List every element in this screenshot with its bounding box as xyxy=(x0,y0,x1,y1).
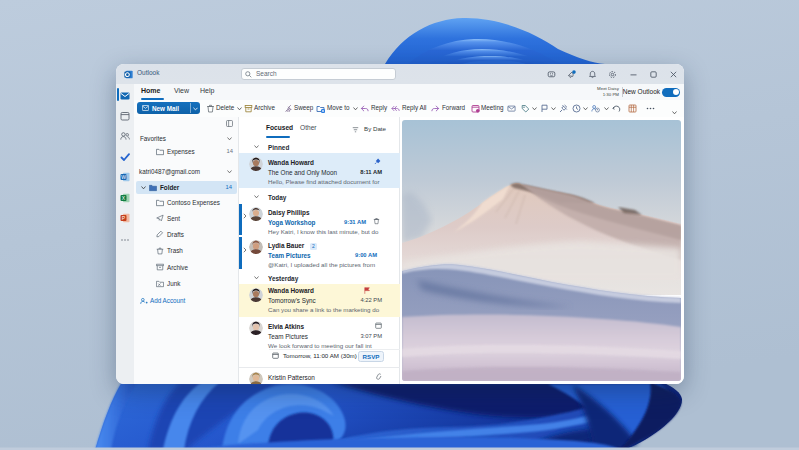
svg-text:W: W xyxy=(121,174,126,180)
